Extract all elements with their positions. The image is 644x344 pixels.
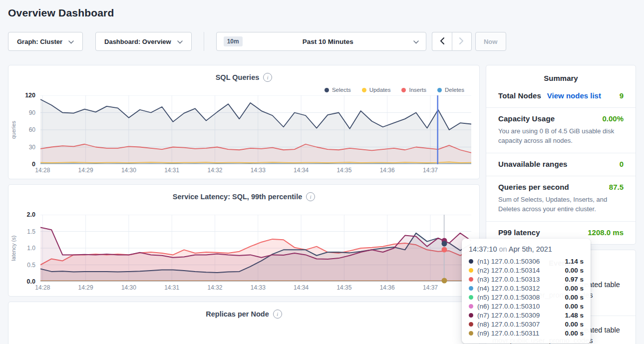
- sql-queries-chart[interactable]: queries 0306090120 14:2814:2914:3014:311…: [8, 95, 479, 176]
- x-tick-label: 14:28: [35, 167, 50, 174]
- time-next-button[interactable]: [452, 32, 472, 51]
- chevron-down-icon: [177, 38, 183, 45]
- info-icon[interactable]: i: [273, 310, 282, 319]
- replicas-per-node-card: Replicas per Node i: [8, 302, 480, 344]
- x-axis: 14:2814:2914:3014:3114:3214:3314:3414:35…: [40, 283, 471, 293]
- view-nodes-list-link[interactable]: View nodes list: [547, 91, 601, 100]
- y-tick-label: 1.0: [27, 245, 35, 252]
- tooltip-node-row: (n8) 127.0.0.1:503070.00 s: [469, 320, 584, 329]
- summary-value: 87.5: [609, 183, 624, 191]
- chevron-right-icon: [459, 37, 464, 46]
- y-tick-label: 1.5: [27, 228, 35, 235]
- graph-dropdown-label: Graph: Cluster: [17, 38, 62, 45]
- node-address: (n6) 127.0.0.1:50310: [477, 303, 540, 310]
- legend-item-deletes[interactable]: Deletes: [437, 86, 464, 93]
- legend-dot: [437, 88, 442, 92]
- summary-label: Unavailable ranges: [498, 160, 568, 168]
- legend-item-updates[interactable]: Updates: [362, 86, 391, 93]
- summary-label: P99 latency: [498, 228, 540, 237]
- sql-queries-card: SQL Queries i SelectsUpdatesInsertsDelet…: [8, 65, 480, 179]
- chart-tooltip: 14:37:10 on Apr 5th, 2021 (n1) 127.0.0.1…: [462, 239, 591, 344]
- x-tick-label: 14:32: [207, 167, 222, 174]
- node-latency-value: 1.14 s: [565, 258, 584, 265]
- y-tick-label: 30: [29, 144, 35, 151]
- node-address: (n1) 127.0.0.1:50306: [477, 258, 540, 265]
- summary-row-unavailable-ranges: Unavailable ranges 0: [486, 153, 636, 176]
- time-range-label: Past 10 Minutes: [249, 38, 407, 45]
- node-latency-value: 0.00 s: [565, 321, 584, 328]
- summary-value: 1208.0 ms: [588, 228, 624, 237]
- x-tick-label: 14:33: [251, 167, 266, 174]
- tooltip-time: 14:37:10: [469, 245, 497, 253]
- dashboard-dropdown[interactable]: Dashboard: Overview: [95, 32, 192, 51]
- x-tick-label: 14:35: [336, 167, 351, 174]
- legend-dot: [324, 88, 329, 92]
- chevron-down-icon: [68, 38, 74, 45]
- legend-label: Deletes: [445, 87, 464, 93]
- node-latency-value: 0.00 s: [565, 303, 584, 310]
- summary-row-queries-per-second: Queries per second 87.5 Sum of Selects, …: [486, 176, 636, 222]
- service-latency-chart[interactable]: latency (s) 0.00.51.01.52.0 14:2814:2914…: [8, 215, 479, 293]
- y-tick-label: 60: [29, 126, 35, 133]
- x-axis: 14:2814:2914:3014:3114:3214:3314:3414:35…: [40, 166, 471, 176]
- chevron-left-icon: [440, 37, 444, 46]
- summary-value: 9: [620, 91, 624, 100]
- summary-row-total-nodes: Total Nodes View nodes list 9: [486, 85, 636, 108]
- summary-label: Total Nodes: [498, 91, 541, 100]
- node-color-dot: [469, 277, 473, 282]
- tooltip-node-row: (n2) 127.0.0.1:503140.00 s: [469, 266, 584, 275]
- node-address: (n2) 127.0.0.1:50314: [477, 267, 540, 274]
- x-tick-label: 14:31: [164, 284, 179, 291]
- x-tick-label: 14:30: [121, 284, 136, 291]
- y-axis-unit: latency (s): [10, 236, 16, 261]
- legend-label: Updates: [369, 87, 391, 93]
- now-button[interactable]: Now: [475, 32, 506, 51]
- y-axis: queries 0306090120: [8, 95, 40, 164]
- time-prev-button[interactable]: [432, 32, 452, 51]
- chart-plot-area[interactable]: [8, 319, 479, 344]
- legend-item-selects[interactable]: Selects: [324, 86, 351, 93]
- y-axis: latency (s) 0.00.51.01.52.0: [8, 215, 40, 282]
- tooltip-node-row: (n5) 127.0.0.1:503080.00 s: [469, 293, 584, 302]
- summary-panel: Summary Total Nodes View nodes list 9 Ca…: [486, 65, 636, 245]
- y-tick-label: 2.0: [27, 211, 35, 218]
- legend-item-inserts[interactable]: Inserts: [401, 86, 426, 93]
- chart-plot-area[interactable]: [40, 95, 471, 164]
- summary-label: Capacity Usage: [498, 114, 555, 123]
- info-icon[interactable]: i: [306, 192, 315, 201]
- tooltip-node-row: (n3) 127.0.0.1:503130.97 s: [469, 275, 584, 284]
- node-latency-value: 0.00 s: [565, 330, 584, 337]
- y-tick-label: 120: [25, 92, 35, 99]
- tooltip-node-row: (n1) 127.0.0.1:503061.14 s: [469, 257, 584, 266]
- y-tick-label: 90: [29, 109, 35, 116]
- chart-plot-area[interactable]: [40, 215, 471, 282]
- charts-column: SQL Queries i SelectsUpdatesInsertsDelet…: [8, 65, 480, 344]
- chart-title: Replicas per Node: [206, 310, 269, 318]
- tooltip-node-row: (n7) 127.0.0.1:503091.48 s: [469, 311, 584, 320]
- node-address: (n4) 127.0.0.1:50312: [477, 285, 540, 292]
- node-color-dot: [469, 331, 473, 336]
- node-address: (n3) 127.0.0.1:50313: [477, 276, 540, 283]
- x-tick-label: 14:34: [294, 284, 309, 291]
- node-color-dot: [469, 286, 473, 291]
- x-tick-label: 14:36: [380, 167, 395, 174]
- summary-row-capacity-usage: Capacity Usage 0.00% You are using 0 B o…: [486, 108, 636, 153]
- x-tick-label: 14:36: [380, 284, 395, 291]
- tooltip-node-row: (n9) 127.0.0.1:503110.00 s: [469, 329, 584, 338]
- crosshair-dot: [441, 278, 447, 283]
- node-color-dot: [469, 313, 473, 318]
- chart-header: Service Latency: SQL, 99th percentile i: [8, 185, 479, 202]
- info-icon[interactable]: i: [263, 73, 272, 82]
- page-title: Overview Dashboard: [8, 7, 644, 19]
- summary-value: 0: [620, 160, 624, 168]
- toolbar: Graph: Cluster Dashboard: Overview 10m P…: [8, 32, 636, 51]
- node-address: (n7) 127.0.0.1:50309: [477, 312, 540, 319]
- node-latency-value: 1.48 s: [565, 312, 584, 319]
- tooltip-node-row: (n4) 127.0.0.1:503120.00 s: [469, 284, 584, 293]
- chart-header: Replicas per Node i: [8, 302, 479, 319]
- node-latency-value: 0.00 s: [565, 285, 584, 292]
- chevron-down-icon: [413, 38, 419, 45]
- graph-dropdown[interactable]: Graph: Cluster: [8, 32, 83, 51]
- crosshair-dot: [441, 247, 447, 253]
- time-range-dropdown[interactable]: 10m Past 10 Minutes: [216, 32, 426, 51]
